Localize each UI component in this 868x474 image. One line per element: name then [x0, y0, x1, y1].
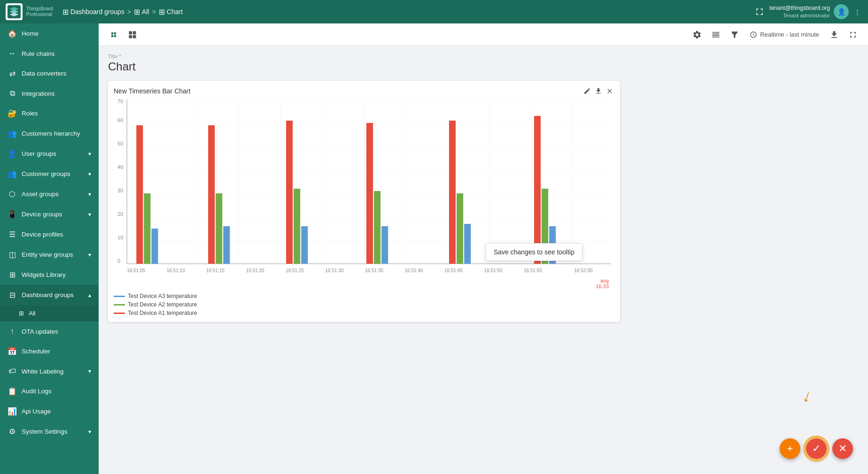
sidebar-item-customer-groups[interactable]: 👥 Customer groups ▾	[0, 164, 99, 184]
widget-card-header: New Timeseries Bar Chart	[114, 86, 614, 96]
download-widget-button[interactable]	[594, 86, 603, 96]
system-settings-icon: ⚙	[8, 427, 17, 436]
legend-item-red: Test Device A1 temperature	[114, 310, 614, 316]
columns-button[interactable]	[708, 27, 723, 42]
hierarchy-icon: 👥	[8, 129, 17, 138]
more-options-button[interactable]: ⋮	[852, 7, 862, 17]
svg-rect-32	[301, 226, 308, 264]
sidebar-item-ota-updates[interactable]: ↑ OTA updates	[0, 321, 99, 341]
sidebar-item-roles[interactable]: 🔐 Roles	[0, 103, 99, 123]
breadcrumb-dashboard-groups[interactable]: ⊞ Dashboard groups	[62, 8, 124, 16]
sidebar-item-device-profiles[interactable]: ☰ Device profiles	[0, 224, 99, 245]
svg-rect-31	[294, 189, 300, 264]
device-groups-arrow: ▾	[88, 211, 91, 218]
svg-text:16:51:45: 16:51:45	[444, 268, 463, 273]
home-icon: 🏠	[8, 29, 17, 38]
confirm-button-wrapper: ✓	[806, 438, 827, 459]
sidebar-item-customers-hierarchy[interactable]: 👥 Customers hierarchy	[0, 123, 99, 144]
sidebar-item-api-usage[interactable]: 📊 Api Usage	[0, 401, 99, 421]
sidebar-item-audit-logs[interactable]: 📋 Audit Logs	[0, 381, 99, 401]
api-usage-icon: 📊	[8, 407, 17, 416]
grid-icon: ⊞	[62, 8, 69, 16]
ota-icon: ↑	[8, 327, 17, 336]
svg-text:16:51:35: 16:51:35	[365, 268, 384, 273]
sidebar-item-scheduler[interactable]: 📅 Scheduler	[0, 341, 99, 361]
breadcrumb-sep-1: >	[127, 8, 131, 15]
svg-rect-26	[151, 229, 158, 264]
widget-card: New Timeseries Bar Chart	[108, 81, 620, 322]
svg-rect-28	[216, 193, 222, 264]
svg-text:16:51:25: 16:51:25	[286, 268, 304, 273]
sidebar-item-integrations[interactable]: ⧉ Integrations	[0, 84, 99, 103]
app-logo[interactable]: ThingsBoard Professional	[6, 3, 53, 20]
svg-text:16:51:30: 16:51:30	[326, 268, 344, 273]
cancel-button[interactable]: ✕	[832, 438, 853, 459]
white-labeling-icon: 🏷	[8, 367, 17, 375]
dashboard-view-button[interactable]	[125, 27, 140, 42]
legend-item-green: Test Device A2 temperature	[114, 301, 614, 308]
breadcrumb-chart[interactable]: ⊞ Chart	[159, 8, 183, 16]
svg-text:16:52:00: 16:52:00	[574, 268, 593, 273]
sidebar-item-user-groups[interactable]: 👤 User groups ▾	[0, 144, 99, 164]
asset-groups-icon: ⬡	[8, 190, 17, 199]
page-title: Chart	[108, 60, 859, 73]
widget-view-button[interactable]	[106, 27, 121, 42]
svg-rect-37	[457, 193, 463, 264]
widget-title: New Timeseries Bar Chart	[114, 87, 190, 95]
svg-text:40: 40	[117, 164, 123, 170]
rule-chains-icon: ↔	[8, 49, 17, 58]
settings-button[interactable]	[690, 27, 705, 42]
widget-card-actions	[582, 86, 614, 96]
main-layout: 🏠 Home ↔ Rule chains ⇄ Data converters ⧉…	[0, 23, 868, 474]
roles-icon: 🔐	[8, 109, 17, 118]
sidebar-item-data-converters[interactable]: ⇄ Data converters	[0, 63, 99, 84]
toolbar: Realtime - last minute	[99, 23, 868, 46]
user-avatar[interactable]: 👤	[834, 4, 849, 19]
expand-button[interactable]	[845, 27, 860, 42]
sidebar-item-dashboard-groups[interactable]: ⊟ Dashboard groups ▴	[0, 285, 99, 305]
svg-rect-24	[136, 125, 143, 264]
sidebar-item-device-groups[interactable]: 📱 Device groups ▾	[0, 204, 99, 224]
fab-group: + ✓ ✕	[780, 438, 853, 459]
sidebar-item-home[interactable]: 🏠 Home	[0, 23, 99, 44]
svg-text:16:51:05: 16:51:05	[127, 268, 146, 273]
integrations-icon: ⧉	[8, 89, 17, 98]
sidebar-subitem-all[interactable]: ⊞ All	[0, 305, 99, 321]
add-button[interactable]: +	[780, 438, 800, 459]
svg-rect-36	[449, 121, 456, 264]
logo-icon	[6, 3, 23, 20]
dashboard-groups-icon: ⊟	[8, 291, 17, 299]
svg-text:16:51:55: 16:51:55	[524, 268, 542, 273]
sidebar-item-entity-view-groups[interactable]: ◫ Entity view groups ▾	[0, 245, 99, 265]
fullscreen-button[interactable]	[753, 6, 766, 18]
asset-groups-arrow: ▾	[88, 191, 91, 198]
svg-text:16:51:10: 16:51:10	[167, 268, 186, 273]
download-button[interactable]	[827, 27, 842, 42]
sidebar-item-system-settings[interactable]: ⚙ System Settings ▾	[0, 421, 99, 442]
user-groups-arrow: ▾	[88, 151, 91, 157]
sidebar-item-asset-groups[interactable]: ⬡ Asset groups ▾	[0, 184, 99, 204]
time-selector-button[interactable]: Realtime - last minute	[746, 29, 823, 40]
app-name: ThingsBoard Professional	[26, 6, 53, 17]
all-icon: ⊞	[19, 310, 24, 317]
svg-text:16:51:20: 16:51:20	[246, 268, 265, 273]
edit-widget-button[interactable]	[582, 86, 592, 96]
customer-groups-arrow: ▾	[88, 171, 91, 177]
breadcrumb-all[interactable]: ⊞ All	[134, 8, 149, 16]
filter-button[interactable]	[727, 27, 742, 42]
sidebar-item-widgets-library[interactable]: ⊞ Widgets Library	[0, 265, 99, 285]
sidebar-item-white-labeling[interactable]: 🏷 White Labeling ▾	[0, 361, 99, 381]
sidebar-item-rule-chains[interactable]: ↔ Rule chains	[0, 44, 99, 63]
close-widget-button[interactable]	[605, 86, 614, 96]
confirm-button[interactable]: ✓	[806, 438, 827, 459]
top-nav: ThingsBoard Professional ⊞ Dashboard gro…	[0, 0, 868, 23]
svg-text:60: 60	[117, 117, 123, 123]
grid-chart-icon: ⊞	[159, 8, 165, 16]
svg-rect-34	[374, 191, 380, 264]
legend-item-blue: Test Device A3 temperature	[114, 293, 614, 299]
system-settings-arrow: ▾	[88, 428, 91, 435]
breadcrumb: ⊞ Dashboard groups > ⊞ All > ⊞ Chart	[62, 8, 753, 16]
svg-rect-25	[144, 193, 150, 264]
data-converters-icon: ⇄	[8, 69, 17, 78]
title-label: Title *	[108, 54, 859, 59]
